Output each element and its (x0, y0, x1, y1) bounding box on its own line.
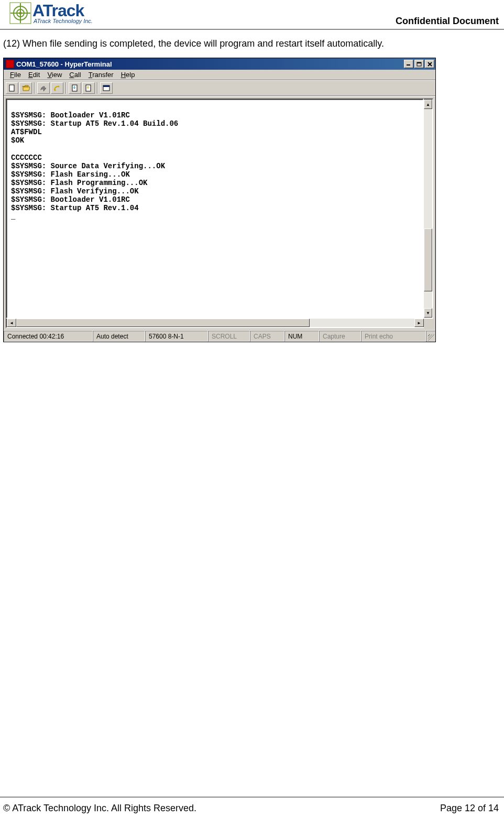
footer-divider (0, 797, 504, 798)
titlebar[interactable]: COM1_57600 - HyperTerminal (4, 58, 435, 70)
scroll-up-button[interactable]: ▲ (424, 100, 432, 109)
footer-copyright: © ATrack Technology Inc. All Rights Rese… (3, 803, 196, 814)
status-caps: CAPS (250, 331, 284, 342)
svg-point-12 (58, 86, 60, 88)
status-num: NUM (284, 331, 319, 342)
horizontal-scrollbar[interactable]: ◄ ► (6, 319, 424, 328)
logo-main-text: ATrack (32, 2, 93, 19)
logo-target-icon (9, 2, 31, 24)
svg-rect-11 (9, 85, 14, 91)
toolbar-separator (65, 82, 67, 94)
logo-sub-text: ATrack Technology Inc. (34, 18, 93, 24)
open-icon[interactable] (19, 82, 32, 94)
toolbar-separator (34, 82, 35, 94)
vertical-scrollbar[interactable]: ▲ ▼ (424, 99, 433, 319)
menu-edit[interactable]: Edit (25, 71, 43, 79)
status-autodetect: Auto detect (93, 331, 145, 342)
resize-grip[interactable] (426, 331, 435, 342)
menu-help[interactable]: Help (118, 71, 138, 79)
menu-call[interactable]: Call (66, 71, 84, 79)
connect-icon[interactable] (37, 82, 50, 94)
scroll-track[interactable] (424, 109, 432, 308)
logo: ATrack ATrack Technology Inc. (9, 2, 93, 24)
maximize-button[interactable] (414, 60, 424, 68)
menu-file[interactable]: File (7, 71, 24, 79)
scroll-corner (424, 319, 433, 328)
hscroll-thumb[interactable] (16, 319, 310, 327)
statusbar: Connected 00:42:16 Auto detect 57600 8-N… (4, 330, 435, 342)
send-icon[interactable] (69, 82, 81, 94)
status-scroll: SCROLL (208, 331, 250, 342)
status-capture: Capture (319, 331, 361, 342)
scroll-thumb[interactable] (424, 228, 432, 291)
toolbar (4, 80, 435, 96)
status-connected: Connected 00:42:16 (4, 331, 93, 342)
status-printecho: Print echo (361, 331, 426, 342)
new-icon[interactable] (6, 82, 18, 94)
status-port: 57600 8-N-1 (145, 331, 208, 342)
close-button[interactable] (425, 60, 434, 68)
scroll-right-button[interactable]: ► (414, 319, 424, 327)
menu-transfer[interactable]: Transfer (85, 71, 117, 79)
header-divider (0, 29, 504, 30)
scroll-left-button[interactable]: ◄ (7, 319, 16, 327)
confidential-label: Confidential Document (396, 16, 499, 27)
svg-point-13 (54, 90, 56, 91)
properties-icon[interactable] (100, 82, 113, 94)
receive-icon[interactable] (82, 82, 95, 94)
menubar: File Edit View Call Transfer Help (4, 70, 435, 80)
disconnect-icon[interactable] (51, 82, 63, 94)
step-12-text: (12) When file sending is completed, the… (0, 38, 504, 58)
menu-view[interactable]: View (44, 71, 65, 79)
terminal-output[interactable]: $SYSMSG: Bootloader V1.01RC $SYSMSG: Sta… (6, 99, 424, 319)
hyperterminal-window: COM1_57600 - HyperTerminal File Edit Vie… (3, 58, 436, 342)
scroll-down-button[interactable]: ▼ (424, 308, 432, 318)
window-title: COM1_57600 - HyperTerminal (16, 60, 112, 68)
toolbar-separator (97, 82, 98, 94)
minimize-button[interactable] (404, 60, 413, 68)
footer-page: Page 12 of 14 (440, 803, 499, 814)
svg-rect-17 (103, 85, 109, 87)
app-icon (6, 60, 14, 68)
